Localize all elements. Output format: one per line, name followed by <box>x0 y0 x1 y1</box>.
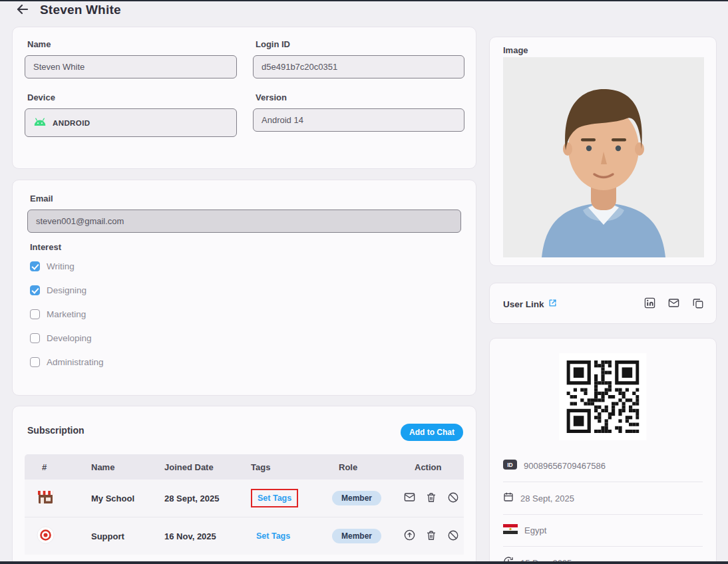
name-label: Name <box>27 39 237 49</box>
send-button[interactable] <box>403 529 416 543</box>
interest-option-administrating[interactable]: Administrating <box>30 354 104 370</box>
role-badge: Member <box>332 491 381 505</box>
row-name: Support <box>75 531 148 541</box>
email-field: Email steven001@gmail.com <box>27 194 461 233</box>
col-tags: Tags <box>235 462 315 472</box>
block-button[interactable] <box>447 492 459 505</box>
email-input[interactable]: steven001@gmail.com <box>27 210 461 233</box>
set-tags-link[interactable]: Set Tags <box>251 528 295 544</box>
row-joined-date: 16 Nov, 2025 <box>148 531 235 541</box>
login-id-label: Login ID <box>256 39 464 49</box>
arrow-up-circle-icon <box>403 529 416 543</box>
table-row: Support 16 Nov, 2025 Set Tags Member <box>25 517 464 555</box>
device-field: Device ANDROID <box>25 92 237 137</box>
name-input[interactable]: Steven White <box>25 55 237 78</box>
col-joined-date: Joined Date <box>148 462 235 472</box>
role-badge: Member <box>332 529 381 543</box>
qr-code <box>559 353 646 440</box>
bottom-edge-bar <box>0 561 728 564</box>
country-value: Egypt <box>524 525 546 535</box>
interest-list: Writing Designing Marketing Developing A… <box>30 259 104 370</box>
external-link-icon <box>548 298 557 310</box>
col-name: Name <box>75 462 148 472</box>
name-field: Name Steven White <box>25 39 237 78</box>
copy-button[interactable] <box>692 297 704 311</box>
ban-icon <box>447 529 459 543</box>
egypt-flag-icon <box>503 524 518 537</box>
checkbox-designing[interactable] <box>30 285 40 295</box>
id-badge-icon: ID <box>503 460 517 472</box>
row-joined-date: 28 Sept, 2025 <box>148 494 235 503</box>
subscription-title: Subscription <box>27 425 85 436</box>
login-id-input[interactable]: d5e491b7c20c0351 <box>253 55 464 78</box>
checkbox-writing[interactable] <box>30 261 40 271</box>
table-row: My School 28 Sept, 2025 Set Tags Member <box>25 480 464 517</box>
back-arrow-icon <box>15 1 31 19</box>
version-input[interactable]: Android 14 <box>253 108 464 132</box>
mail-button[interactable] <box>403 491 416 505</box>
delete-button[interactable] <box>425 492 437 505</box>
svg-text:ID: ID <box>507 462 513 468</box>
version-label: Version <box>256 92 464 102</box>
user-id-value: 90089656709467586 <box>524 461 606 471</box>
details-card: ID 90089656709467586 28 Sept, 2025 Egypt <box>489 338 717 564</box>
joined-date-value: 28 Sept, 2025 <box>520 494 574 503</box>
user-detail-page: Steven White Name Steven White Login ID … <box>0 0 728 564</box>
trash-icon <box>425 529 437 543</box>
user-link-actions <box>644 283 704 325</box>
add-to-chat-button[interactable]: Add to Chat <box>401 424 463 441</box>
col-action: Action <box>399 462 464 472</box>
login-id-field: Login ID d5e491b7c20c0351 <box>253 39 464 78</box>
joined-date-row: 28 Sept, 2025 <box>503 482 703 515</box>
back-button[interactable] <box>15 1 31 19</box>
user-link[interactable]: User Link <box>503 283 557 325</box>
user-link-card: User Link <box>489 283 717 324</box>
page-header: Steven White <box>15 0 121 20</box>
device-info-card: Name Steven White Login ID d5e491b7c20c0… <box>12 27 476 169</box>
interest-option-designing[interactable]: Designing <box>30 283 104 298</box>
interest-option-marketing[interactable]: Marketing <box>30 307 104 322</box>
version-field: Version Android 14 <box>253 92 464 132</box>
details-rows: ID 90089656709467586 28 Sept, 2025 Egypt <box>503 450 703 564</box>
school-icon <box>25 488 75 509</box>
email-label: Email <box>30 194 461 204</box>
interest-option-writing[interactable]: Writing <box>30 259 104 274</box>
subscription-table: # Name Joined Date Tags Role Action <box>25 454 464 555</box>
email-button[interactable] <box>667 297 680 311</box>
image-card: Image <box>489 37 717 266</box>
delete-button[interactable] <box>425 529 437 543</box>
copy-icon <box>692 297 704 311</box>
device-input[interactable]: ANDROID <box>25 108 237 137</box>
calendar-icon <box>503 492 514 505</box>
email-interest-card: Email steven001@gmail.com Interest Writi… <box>12 180 476 396</box>
col-role: Role <box>315 462 399 472</box>
country-row: Egypt <box>503 515 703 547</box>
row-name: My School <box>75 494 148 503</box>
block-button[interactable] <box>447 529 459 543</box>
user-link-label: User Link <box>503 299 544 309</box>
mail-icon <box>403 491 416 505</box>
envelope-icon <box>667 297 680 311</box>
checkbox-developing[interactable] <box>30 333 40 343</box>
ban-icon <box>447 492 459 505</box>
interest-label: Interest <box>30 242 61 252</box>
table-header-row: # Name Joined Date Tags Role Action <box>25 454 464 480</box>
checkbox-administrating[interactable] <box>30 357 40 367</box>
support-icon <box>25 526 75 547</box>
device-label: Device <box>27 92 237 102</box>
subscription-card: Subscription Add to Chat # Name Joined D… <box>12 406 476 564</box>
set-tags-link[interactable]: Set Tags <box>251 489 298 507</box>
profile-photo <box>503 57 704 257</box>
page-title: Steven White <box>40 3 121 17</box>
checkbox-marketing[interactable] <box>30 309 40 319</box>
col-number: # <box>25 462 75 472</box>
linkedin-icon <box>644 297 655 311</box>
trash-icon <box>425 492 437 505</box>
linkedin-button[interactable] <box>644 297 655 311</box>
user-id-row: ID 90089656709467586 <box>503 450 703 482</box>
image-label: Image <box>503 45 528 55</box>
android-icon <box>33 118 47 128</box>
interest-option-developing[interactable]: Developing <box>30 331 104 346</box>
